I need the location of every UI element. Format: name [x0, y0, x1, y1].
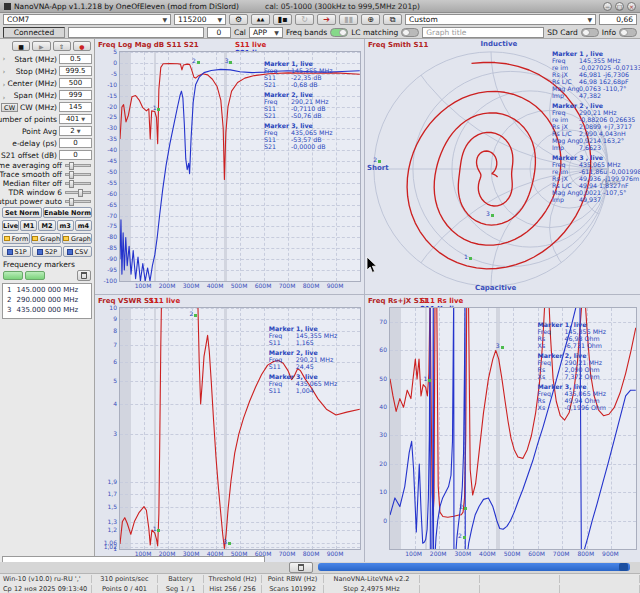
sd-card-toggle[interactable] — [581, 28, 599, 37]
marker-add-button[interactable] — [3, 271, 23, 280]
marker-list-item[interactable]: 2290.000 000 MHz — [4, 295, 90, 305]
connect-device-button[interactable]: ▮▪ — [273, 14, 292, 25]
field-value-input[interactable]: 0 — [59, 150, 92, 160]
marker-tag[interactable]: 1 — [153, 525, 161, 532]
continuous-sweep-button[interactable]: ⇧ — [53, 41, 71, 51]
y-tick-label: 6 — [113, 357, 117, 364]
marker-tag[interactable]: 2 — [373, 156, 381, 163]
slider[interactable] — [65, 200, 91, 203]
chart-legend: S11 live — [149, 297, 180, 305]
single-sweep-button[interactable]: ▶ — [32, 41, 50, 51]
folder-icon — [32, 236, 38, 241]
field-value-input[interactable]: 999 — [59, 90, 92, 100]
memory-slot-button[interactable]: Live — [2, 220, 19, 231]
cal-mode-select[interactable]: APP▼ — [249, 27, 283, 38]
marker-edit-button[interactable] — [25, 271, 45, 280]
maximize-button[interactable]: □ — [615, 2, 624, 11]
save-button[interactable]: S2P — [32, 246, 61, 257]
y-tick-label: 40 — [379, 403, 387, 410]
pause-button[interactable]: ▮▮ — [339, 14, 358, 25]
marker-tag[interactable]: 3 — [223, 538, 231, 545]
run-button[interactable]: ➔ — [317, 14, 336, 25]
marker-list-item[interactable]: 1145.000 000 MHz — [4, 285, 90, 295]
marker-row-label: S11 — [269, 363, 296, 370]
slider-thumb[interactable] — [69, 171, 74, 179]
norm-button[interactable]: Set Norm — [2, 207, 42, 218]
close-button[interactable]: × — [627, 2, 636, 11]
marker-frequency-list[interactable]: 1145.000 000 MHz2290.000 000 MHz3435.000… — [2, 283, 92, 319]
field-value-input[interactable]: 500 — [59, 78, 92, 88]
marker-tag[interactable]: 3 — [486, 210, 494, 217]
y-tick-label: 0 — [383, 516, 387, 523]
stop-sweep-button[interactable]: ■ — [12, 41, 30, 51]
marker-tag[interactable]: 1 — [153, 104, 161, 111]
marker-tag[interactable]: 2 — [192, 57, 200, 64]
slider-thumb[interactable] — [78, 189, 83, 197]
record-button[interactable]: ● — [73, 41, 91, 51]
slider-thumb[interactable] — [69, 198, 74, 206]
field-value-input[interactable]: 2▼ — [59, 126, 92, 136]
marker-tag[interactable]: 3 — [225, 57, 233, 64]
marker-tag[interactable]: 1 — [464, 253, 472, 260]
scan-up-button[interactable]: ▲▲ — [251, 14, 270, 25]
message-field[interactable] — [68, 27, 204, 38]
graph-title-input[interactable]: Graph title — [422, 27, 544, 38]
slider[interactable] — [65, 164, 91, 167]
slider[interactable] — [65, 191, 91, 194]
target-button[interactable]: ⊕ — [361, 14, 380, 25]
edelay-value-field[interactable]: 0,66 — [599, 14, 637, 25]
field-value-input[interactable]: 999.5 — [59, 66, 92, 76]
plot-area[interactable]: Marker 1, liveFreq145,355 MHzS111,165Mar… — [119, 307, 361, 550]
status-cell — [420, 585, 480, 593]
custom-preset-select[interactable]: Custom▼ — [405, 14, 596, 25]
marker-row: S11-22,35 dB — [264, 74, 333, 81]
save-button[interactable]: S1P — [2, 246, 31, 257]
field-value-input[interactable]: 145 — [59, 102, 92, 112]
marker-row-value: 145,355 MHz — [296, 332, 338, 339]
norm-button[interactable]: Enable Norm — [43, 207, 92, 218]
sidebar-collapse-strip[interactable]: ›››› — [0, 53, 8, 163]
marker-tag[interactable]: 2 — [458, 532, 466, 539]
memory-slot-button[interactable]: M2 — [38, 220, 55, 231]
com-port-select[interactable]: COM7▼ — [3, 14, 171, 25]
slider-thumb[interactable] — [69, 162, 74, 170]
copy-button[interactable]: Graph — [62, 233, 92, 244]
marker-row-value: -53,57 dB — [291, 136, 322, 143]
field-value-input[interactable]: 401▼ — [59, 114, 92, 124]
marker-tag[interactable]: 2 — [190, 310, 198, 317]
copy-screen-button[interactable]: ⧉ — [383, 14, 402, 25]
field-value-input[interactable]: 0 — [59, 138, 92, 148]
right-arrow-icon: ➔ — [323, 16, 330, 24]
marker-list-item[interactable]: 3435.000 000 MHz — [4, 305, 90, 315]
field-value-input[interactable]: 0.5 — [59, 54, 92, 64]
clear-button[interactable] — [289, 562, 313, 573]
copy-button[interactable]: Form — [2, 233, 30, 244]
memory-slot-button[interactable]: m4 — [75, 220, 92, 231]
memory-slot-button[interactable]: M1 — [20, 220, 37, 231]
plot-area[interactable]: Marker 1, liveFreq145,355 MHzRs46,98 Ohm… — [389, 307, 637, 550]
plot-area[interactable]: Marker 1, liveFreq145,355 MHzS11-22,35 d… — [119, 51, 361, 282]
cal-counter-field[interactable]: 0 — [207, 27, 231, 38]
marker-row-label: Freq — [538, 390, 565, 397]
memory-slot-button[interactable]: m3 — [57, 220, 74, 231]
baud-rate-select[interactable]: 115200▼ — [174, 14, 226, 25]
marker-tag[interactable]: 2 — [459, 503, 467, 510]
minimize-button[interactable]: − — [603, 2, 612, 11]
copy-button[interactable]: Graph — [31, 233, 61, 244]
slider[interactable] — [65, 182, 91, 185]
globe-icon: ⊕ — [367, 16, 374, 24]
freq-bands-toggle[interactable] — [330, 28, 348, 37]
slider-thumb[interactable] — [69, 180, 74, 188]
connected-button[interactable]: Connected — [3, 27, 65, 38]
refresh-button[interactable]: ↻ — [295, 14, 314, 25]
y-tick-label: 1,7 — [107, 489, 117, 496]
slider[interactable] — [65, 173, 91, 176]
marker-delete-button[interactable] — [77, 270, 91, 281]
save-button[interactable]: CSV — [63, 246, 92, 257]
marker-tag[interactable]: 1 — [423, 375, 431, 382]
marker-row-value: 24,45 — [296, 363, 314, 370]
lc-matching-toggle[interactable] — [401, 28, 419, 37]
settings-button[interactable]: ⚙ — [229, 14, 248, 25]
marker-tag[interactable]: 3 — [496, 342, 504, 349]
info-toggle[interactable] — [619, 28, 637, 37]
